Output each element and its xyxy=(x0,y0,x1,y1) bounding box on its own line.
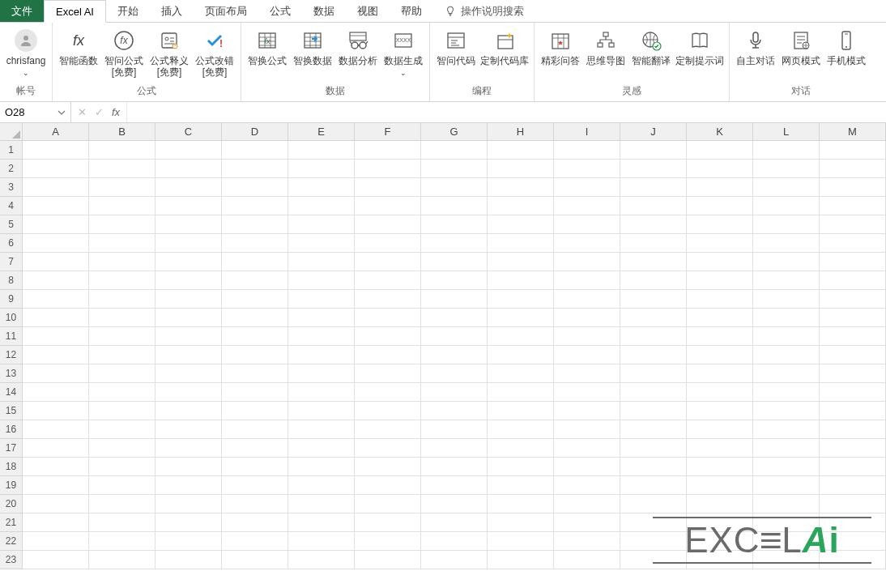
cell[interactable] xyxy=(488,513,554,532)
cell[interactable] xyxy=(355,551,421,569)
cell[interactable] xyxy=(820,476,886,495)
cell[interactable] xyxy=(753,364,820,383)
cell[interactable] xyxy=(687,495,753,513)
cell[interactable] xyxy=(620,476,687,495)
cell[interactable] xyxy=(687,402,753,420)
cell[interactable] xyxy=(23,271,89,290)
cell[interactable] xyxy=(620,197,687,215)
row-header[interactable]: 4 xyxy=(0,197,23,215)
ask-formula-button[interactable]: fx 智问公式 [免费] xyxy=(103,24,145,78)
cell[interactable] xyxy=(488,551,554,569)
cell[interactable] xyxy=(820,458,886,476)
cell[interactable] xyxy=(222,346,288,364)
column-header[interactable]: F xyxy=(355,123,421,141)
cell[interactable] xyxy=(155,402,222,420)
row-header[interactable]: 11 xyxy=(0,327,23,346)
cell[interactable] xyxy=(753,439,820,458)
cell[interactable] xyxy=(155,532,222,551)
cell[interactable] xyxy=(820,383,886,402)
cell[interactable] xyxy=(554,327,620,346)
cell[interactable] xyxy=(288,458,355,476)
cell[interactable] xyxy=(288,234,355,253)
explain-formula-button[interactable]: ? 公式释义 [免费] xyxy=(148,24,190,78)
qa-button[interactable]: 精彩问答 xyxy=(539,24,581,66)
cell[interactable] xyxy=(89,476,155,495)
column-header[interactable]: D xyxy=(222,123,288,141)
cell[interactable] xyxy=(421,513,488,532)
cell[interactable] xyxy=(753,234,820,253)
cell[interactable] xyxy=(753,476,820,495)
cell[interactable] xyxy=(288,439,355,458)
cell[interactable] xyxy=(753,178,820,197)
cell[interactable] xyxy=(23,215,89,234)
cell[interactable] xyxy=(23,383,89,402)
cell[interactable] xyxy=(753,215,820,234)
cell[interactable] xyxy=(687,346,753,364)
cell[interactable] xyxy=(753,271,820,290)
cell[interactable] xyxy=(155,160,222,178)
row-header[interactable]: 2 xyxy=(0,160,23,178)
cell[interactable] xyxy=(355,327,421,346)
cell[interactable] xyxy=(89,178,155,197)
cell[interactable] xyxy=(421,253,488,271)
replace-formula-button[interactable]: fx 智换公式 xyxy=(246,24,288,66)
cell[interactable] xyxy=(488,253,554,271)
cell[interactable] xyxy=(23,253,89,271)
column-header[interactable]: M xyxy=(820,123,886,141)
cell[interactable] xyxy=(89,160,155,178)
cell[interactable] xyxy=(554,551,620,569)
cell[interactable] xyxy=(222,551,288,569)
cell[interactable] xyxy=(288,271,355,290)
cell[interactable] xyxy=(222,439,288,458)
cell[interactable] xyxy=(355,215,421,234)
cell[interactable] xyxy=(222,309,288,327)
cell[interactable] xyxy=(222,458,288,476)
tab-file[interactable]: 文件 xyxy=(0,0,44,22)
cell[interactable] xyxy=(23,513,89,532)
cell[interactable] xyxy=(620,495,687,513)
row-header[interactable]: 18 xyxy=(0,458,23,476)
cell[interactable] xyxy=(554,458,620,476)
cell[interactable] xyxy=(421,327,488,346)
column-header[interactable]: E xyxy=(288,123,355,141)
cell[interactable] xyxy=(288,420,355,439)
cell[interactable] xyxy=(355,458,421,476)
cell[interactable] xyxy=(155,346,222,364)
cell[interactable] xyxy=(554,309,620,327)
cell[interactable] xyxy=(554,197,620,215)
cell[interactable] xyxy=(222,290,288,309)
cell[interactable] xyxy=(155,551,222,569)
row-header[interactable]: 20 xyxy=(0,495,23,513)
cell[interactable] xyxy=(222,234,288,253)
row-header[interactable]: 6 xyxy=(0,234,23,253)
cell[interactable] xyxy=(753,458,820,476)
cell[interactable] xyxy=(288,160,355,178)
row-header[interactable]: 12 xyxy=(0,346,23,364)
cell[interactable] xyxy=(23,327,89,346)
cell[interactable] xyxy=(421,495,488,513)
cell[interactable] xyxy=(687,141,753,160)
cell[interactable] xyxy=(288,178,355,197)
tab-view[interactable]: 视图 xyxy=(346,0,390,22)
cell[interactable] xyxy=(488,327,554,346)
cell[interactable] xyxy=(753,420,820,439)
cell[interactable] xyxy=(355,290,421,309)
cell[interactable] xyxy=(421,364,488,383)
cell[interactable] xyxy=(488,364,554,383)
cell[interactable] xyxy=(155,476,222,495)
cell[interactable] xyxy=(753,402,820,420)
cell[interactable] xyxy=(23,402,89,420)
cell[interactable] xyxy=(23,532,89,551)
cell[interactable] xyxy=(620,215,687,234)
cell[interactable] xyxy=(753,309,820,327)
cell[interactable] xyxy=(554,476,620,495)
cell[interactable] xyxy=(687,309,753,327)
cell[interactable] xyxy=(355,271,421,290)
cell[interactable] xyxy=(155,513,222,532)
cell[interactable] xyxy=(155,215,222,234)
cell[interactable] xyxy=(421,551,488,569)
cell[interactable] xyxy=(753,383,820,402)
cell[interactable] xyxy=(820,420,886,439)
custom-prompt-button[interactable]: 定制提示词 xyxy=(675,24,724,66)
cell[interactable] xyxy=(23,197,89,215)
